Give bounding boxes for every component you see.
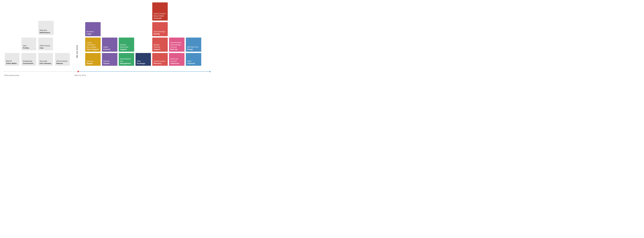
roadmap-container: Smart Contract-Based Wallet Accounts Bio… xyxy=(0,0,215,79)
card-pillar-exchange: Pillar Exchange xyxy=(136,53,151,66)
timeline-arrow xyxy=(210,71,211,72)
we-are-here-text: We are here xyxy=(76,45,78,58)
card-wallet-connect: Wallet Connect xyxy=(102,38,118,52)
card-multiple-blockchain: Multiple Blockchain Support xyxy=(119,38,134,52)
label-2018: 2018 achievements xyxy=(4,74,19,76)
card-crypto-collectible: Crypto Collectible + Non-fungible Token … xyxy=(85,38,100,52)
timeline xyxy=(4,71,211,72)
card-social-recovery: Social Account Recovery xyxy=(152,53,168,66)
card-referral: Referral System xyxy=(102,53,118,66)
label-vision: Vision for 2019 xyxy=(74,74,86,76)
timeline-labels: 2018 achievements Vision for 2019 xyxy=(4,74,86,76)
card-ios-android: iOS & Android Release xyxy=(55,53,70,66)
card-secure-chat: 100% Secure Chat xyxy=(38,38,53,50)
card-state-channels: State Channels xyxy=(186,53,201,66)
card-multiple-persona: Multiple Persona Support xyxy=(152,38,168,52)
card-real-time: Real-time Notifications xyxy=(38,21,54,35)
card-biometric: Biometric Login xyxy=(85,22,100,36)
card-self-sovereign: Self Sovereign Identity xyxy=(152,22,168,36)
we-are-here-container: We are here xyxy=(76,31,78,72)
card-establishing: Establishing Connections xyxy=(22,53,36,66)
card-top-notch: Top-notch User Interface xyxy=(38,53,53,66)
card-user-profiles: User Profiles xyxy=(22,38,36,50)
timeline-dot xyxy=(78,71,79,72)
card-smart-contract: Smart Contract-Based Wallet Accounts xyxy=(152,2,168,20)
card-decentralized-storage: Decentralized Data Storage + Account Bac… xyxy=(169,38,184,52)
timeline-solid-right xyxy=(79,71,211,72)
card-off-chain: Off-Chain First Design xyxy=(186,38,201,52)
card-erc20: ERC20 Token Wallet xyxy=(5,53,20,66)
card-reserved-account: Reserved Account Addresses xyxy=(169,53,184,66)
timeline-dashed-left xyxy=(4,71,77,72)
card-decentralized-key: Decentralized Key Management xyxy=(119,53,134,66)
card-game-badges: Game of Badges xyxy=(85,53,100,66)
